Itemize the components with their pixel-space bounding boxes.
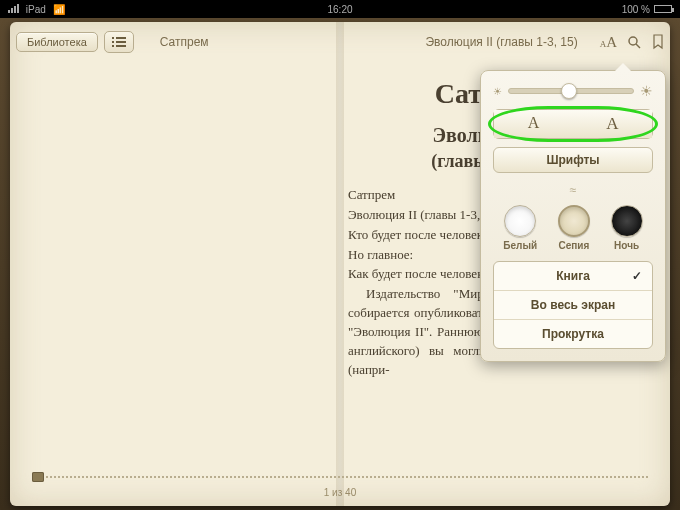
search-button[interactable]	[627, 35, 642, 50]
brightness-slider[interactable]: ☀ ☀	[493, 83, 653, 99]
theme-sepia[interactable]: Сепия	[558, 205, 590, 251]
layout-book-label: Книга	[556, 269, 590, 283]
font-larger-button[interactable]: A	[573, 110, 652, 138]
svg-rect-4	[112, 45, 114, 47]
theme-white-swatch	[504, 205, 536, 237]
theme-picker: Белый Сепия Ночь	[493, 205, 653, 251]
divider-ornament-icon: ≈	[493, 183, 653, 197]
theme-night-label: Ночь	[611, 240, 643, 251]
svg-point-6	[629, 37, 637, 45]
clock: 16:20	[327, 4, 352, 15]
theme-white-label: Белый	[503, 240, 537, 251]
signal-bars-icon	[8, 4, 19, 13]
toc-button[interactable]	[104, 31, 134, 53]
slider-thumb[interactable]	[561, 83, 577, 99]
chapter-title-label: Эволюция II (главы 1-3, 15)	[425, 35, 577, 49]
svg-rect-2	[112, 41, 114, 43]
desk-background: Библиотека Сатпрем Эволюция II (главы 1-…	[0, 18, 680, 510]
list-icon	[112, 36, 126, 48]
svg-rect-5	[116, 45, 126, 47]
carrier-label: iPad	[26, 4, 46, 15]
status-bar: iPad 📶 16:20 100 %	[0, 0, 680, 18]
svg-rect-1	[116, 37, 126, 39]
progress-dots	[46, 476, 648, 478]
page-counter: 1 из 40	[10, 487, 670, 498]
layout-scroll-option[interactable]: Прокрутка	[494, 320, 652, 348]
page-marker-icon[interactable]	[32, 472, 44, 482]
font-size-control: A A	[493, 109, 653, 139]
theme-sepia-label: Сепия	[558, 240, 590, 251]
bookmark-icon	[652, 34, 664, 50]
sun-large-icon: ☀	[640, 83, 653, 99]
library-button[interactable]: Библиотека	[16, 32, 98, 52]
appearance-popover: ☀ ☀ A A Шрифты ≈ Белый Сепия Ночь	[480, 70, 666, 362]
battery-percent-label: 100 %	[622, 4, 650, 15]
toolbar: Библиотека Сатпрем Эволюция II (главы 1-…	[16, 28, 664, 56]
fonts-button[interactable]: Шрифты	[493, 147, 653, 173]
checkmark-icon: ✓	[632, 269, 642, 283]
layout-mode-list: Книга ✓ Во весь экран Прокрутка	[493, 261, 653, 349]
svg-rect-0	[112, 37, 114, 39]
book-title-label: Сатпрем	[160, 35, 209, 49]
battery-icon	[654, 5, 672, 13]
progress-bar[interactable]	[32, 472, 648, 482]
font-smaller-button[interactable]: A	[494, 110, 573, 138]
theme-night-swatch	[611, 205, 643, 237]
layout-fullscreen-option[interactable]: Во весь экран	[494, 291, 652, 320]
search-icon	[627, 35, 642, 50]
svg-line-7	[636, 44, 640, 48]
theme-white[interactable]: Белый	[503, 205, 537, 251]
bookmark-button[interactable]	[652, 34, 664, 50]
theme-sepia-swatch	[558, 205, 590, 237]
appearance-button[interactable]: AA	[600, 33, 617, 51]
svg-rect-3	[116, 41, 126, 43]
slider-track[interactable]	[508, 88, 634, 94]
layout-book-option[interactable]: Книга ✓	[494, 262, 652, 291]
sun-small-icon: ☀	[493, 86, 502, 97]
theme-night[interactable]: Ночь	[611, 205, 643, 251]
